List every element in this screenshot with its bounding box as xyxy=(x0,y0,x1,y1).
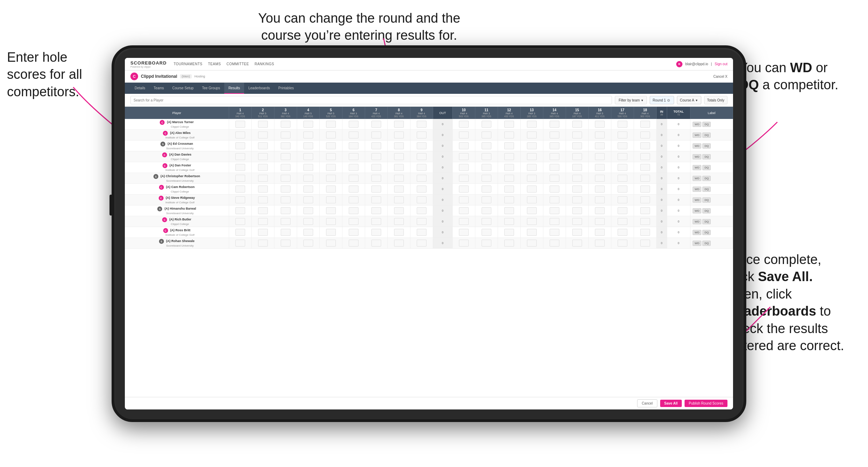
score-input-hole-6[interactable] xyxy=(349,164,358,171)
dq-button[interactable]: DQ xyxy=(702,230,711,235)
hole-3-input-cell[interactable] xyxy=(274,238,297,249)
score-input-hole-14[interactable] xyxy=(550,229,559,236)
score-input-hole-7[interactable] xyxy=(371,207,381,214)
score-input-hole-2[interactable] xyxy=(258,229,268,236)
dq-button[interactable]: DQ xyxy=(702,197,711,203)
hole-7-input-cell[interactable] xyxy=(365,130,387,141)
score-input-hole-13[interactable] xyxy=(527,240,537,247)
hole-3-input-cell[interactable] xyxy=(274,162,297,173)
score-input-hole-10[interactable] xyxy=(459,175,469,182)
score-input-hole-11[interactable] xyxy=(482,153,491,160)
score-input-hole-12[interactable] xyxy=(504,196,514,203)
score-input-hole-5[interactable] xyxy=(326,196,336,203)
hole-4-input-cell[interactable] xyxy=(297,130,319,141)
hole-7-input-cell[interactable] xyxy=(365,119,387,130)
score-input-hole-9[interactable] xyxy=(417,196,427,203)
score-input-hole-16[interactable] xyxy=(595,186,605,193)
hole-2-input-cell[interactable] xyxy=(251,173,274,184)
hole-7-input-cell[interactable] xyxy=(365,227,387,238)
score-input-hole-2[interactable] xyxy=(258,175,268,182)
hole-5-input-cell[interactable] xyxy=(319,184,342,195)
score-input-hole-16[interactable] xyxy=(595,131,605,138)
hole-15-input-cell[interactable] xyxy=(566,151,588,162)
hole-8-input-cell[interactable] xyxy=(387,195,410,205)
dq-button[interactable]: DQ xyxy=(702,122,711,127)
hole-15-input-cell[interactable] xyxy=(566,162,588,173)
score-input-hole-10[interactable] xyxy=(459,207,469,214)
hole-1-input-cell[interactable] xyxy=(229,238,251,249)
score-input-hole-3[interactable] xyxy=(281,218,290,225)
hole-3-input-cell[interactable] xyxy=(274,227,297,238)
score-input-hole-5[interactable] xyxy=(326,186,336,193)
score-input-hole-11[interactable] xyxy=(482,142,491,149)
hole-6-input-cell[interactable] xyxy=(342,216,365,227)
score-input-hole-12[interactable] xyxy=(504,153,514,160)
hole-2-input-cell[interactable] xyxy=(251,119,274,130)
dq-button[interactable]: DQ xyxy=(702,133,711,138)
hole-18-input-cell[interactable] xyxy=(634,216,656,227)
hole-13-input-cell[interactable] xyxy=(520,151,543,162)
hole-3-input-cell[interactable] xyxy=(274,195,297,205)
score-input-hole-11[interactable] xyxy=(482,218,491,225)
hole-15-input-cell[interactable] xyxy=(566,119,588,130)
score-input-hole-2[interactable] xyxy=(258,121,268,128)
score-input-hole-16[interactable] xyxy=(595,175,605,182)
score-input-hole-2[interactable] xyxy=(258,164,268,171)
score-input-hole-1[interactable] xyxy=(235,218,245,225)
hole-14-input-cell[interactable] xyxy=(543,141,566,151)
score-input-hole-4[interactable] xyxy=(303,153,313,160)
score-input-hole-13[interactable] xyxy=(527,164,537,171)
hole-8-input-cell[interactable] xyxy=(387,227,410,238)
wd-button[interactable]: WD xyxy=(693,133,701,138)
hole-18-input-cell[interactable] xyxy=(634,205,656,216)
hole-1-input-cell[interactable] xyxy=(229,151,251,162)
hole-15-input-cell[interactable] xyxy=(566,184,588,195)
score-input-hole-4[interactable] xyxy=(303,164,313,171)
score-input-hole-17[interactable] xyxy=(618,164,627,171)
tab-printables[interactable]: Printables xyxy=(274,83,298,94)
hole-11-input-cell[interactable] xyxy=(475,162,498,173)
score-input-hole-12[interactable] xyxy=(504,131,514,138)
hole-4-input-cell[interactable] xyxy=(297,238,319,249)
score-input-hole-7[interactable] xyxy=(371,131,381,138)
hole-11-input-cell[interactable] xyxy=(475,216,498,227)
score-input-hole-7[interactable] xyxy=(371,229,381,236)
score-input-hole-18[interactable] xyxy=(640,240,650,247)
filter-team-button[interactable]: Filter by team ▾ xyxy=(615,96,647,104)
score-input-hole-6[interactable] xyxy=(349,196,358,203)
score-input-hole-9[interactable] xyxy=(417,186,427,193)
score-input-hole-5[interactable] xyxy=(326,175,336,182)
hole-4-input-cell[interactable] xyxy=(297,141,319,151)
score-input-hole-1[interactable] xyxy=(235,142,245,149)
hole-18-input-cell[interactable] xyxy=(634,184,656,195)
tab-course-setup[interactable]: Course Setup xyxy=(168,83,198,94)
hole-18-input-cell[interactable] xyxy=(634,162,656,173)
score-input-hole-7[interactable] xyxy=(371,153,381,160)
hole-13-input-cell[interactable] xyxy=(520,130,543,141)
hole-3-input-cell[interactable] xyxy=(274,130,297,141)
hole-15-input-cell[interactable] xyxy=(566,195,588,205)
hole-14-input-cell[interactable] xyxy=(543,195,566,205)
score-input-hole-11[interactable] xyxy=(482,186,491,193)
score-input-hole-16[interactable] xyxy=(595,207,605,214)
score-input-hole-13[interactable] xyxy=(527,207,537,214)
dq-button[interactable]: DQ xyxy=(702,143,711,149)
hole-13-input-cell[interactable] xyxy=(520,141,543,151)
hole-14-input-cell[interactable] xyxy=(543,162,566,173)
score-input-hole-8[interactable] xyxy=(394,131,404,138)
dq-button[interactable]: DQ xyxy=(702,219,711,224)
score-input-hole-7[interactable] xyxy=(371,240,381,247)
hole-5-input-cell[interactable] xyxy=(319,195,342,205)
hole-14-input-cell[interactable] xyxy=(543,238,566,249)
hole-9-input-cell[interactable] xyxy=(410,119,433,130)
dq-button[interactable]: DQ xyxy=(702,154,711,159)
dq-button[interactable]: DQ xyxy=(702,208,711,213)
score-input-hole-8[interactable] xyxy=(394,240,404,247)
score-input-hole-11[interactable] xyxy=(482,164,491,171)
hole-18-input-cell[interactable] xyxy=(634,151,656,162)
score-input-hole-15[interactable] xyxy=(572,153,582,160)
hole-18-input-cell[interactable] xyxy=(634,195,656,205)
score-input-hole-14[interactable] xyxy=(550,142,559,149)
score-input-hole-15[interactable] xyxy=(572,175,582,182)
score-input-hole-1[interactable] xyxy=(235,207,245,214)
